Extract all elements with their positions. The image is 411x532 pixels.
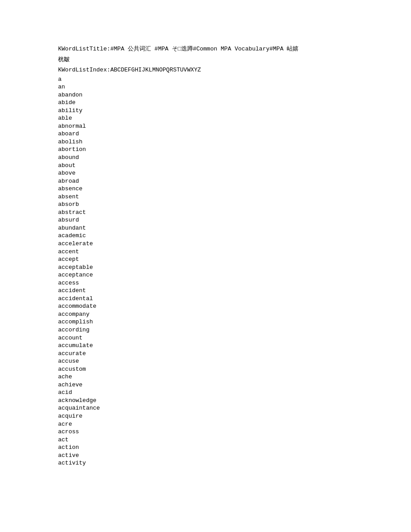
word-item: acceptable	[58, 264, 411, 272]
word-item: accommodate	[58, 302, 411, 310]
word-item: accelerate	[58, 240, 411, 248]
word-item: accustom	[58, 365, 411, 373]
word-item: access	[58, 279, 411, 287]
word-item: action	[58, 444, 411, 452]
word-item: abstract	[58, 209, 411, 217]
word-item: absent	[58, 193, 411, 201]
word-item: ache	[58, 373, 411, 381]
word-item: accompany	[58, 310, 411, 318]
word-item: accomplish	[58, 318, 411, 326]
word-item: able	[58, 114, 411, 122]
word-item: academic	[58, 232, 411, 240]
word-item: across	[58, 428, 411, 436]
word-item: abundant	[58, 224, 411, 232]
word-item: achieve	[58, 381, 411, 389]
word-item: accurate	[58, 350, 411, 358]
word-item: abroad	[58, 177, 411, 185]
word-item: a	[58, 75, 411, 84]
word-item: accident	[58, 287, 411, 295]
word-item: absurd	[58, 216, 411, 224]
word-item: absence	[58, 185, 411, 193]
word-item: abide	[58, 99, 411, 107]
word-item: acknowledge	[58, 397, 411, 405]
word-item: accept	[58, 256, 411, 264]
word-item: activity	[58, 459, 411, 467]
word-item: absorb	[58, 201, 411, 209]
word-item: acquaintance	[58, 404, 411, 412]
word-item: account	[58, 334, 411, 342]
title-text-line1: KWordListTitle:#MPA 公共词汇 #MPA そ□迭蹲#Commo…	[58, 46, 298, 52]
word-item: abnormal	[58, 122, 411, 130]
index-line: KWordListIndex:ABCDEFGHIJKLMNOPQRSTUVWXY…	[58, 66, 411, 75]
word-item: abolish	[58, 138, 411, 146]
word-item: accumulate	[58, 342, 411, 350]
word-item: according	[58, 326, 411, 334]
word-item: acre	[58, 420, 411, 428]
word-item: abound	[58, 154, 411, 162]
word-item: aboard	[58, 130, 411, 138]
word-list: aanabandonabideabilityableabnormalaboard…	[58, 75, 411, 467]
word-item: above	[58, 169, 411, 177]
title-line2: 桄皺	[58, 55, 411, 64]
word-item: an	[58, 83, 411, 91]
word-item: acid	[58, 389, 411, 397]
title-line1: KWordListTitle:#MPA 公共词汇 #MPA そ□迭蹲#Commo…	[58, 45, 411, 54]
index-text: KWordListIndex:ABCDEFGHIJKLMNOPQRSTUVWXY…	[58, 67, 201, 73]
word-item: acquire	[58, 412, 411, 420]
word-item: act	[58, 436, 411, 444]
word-item: ability	[58, 107, 411, 115]
word-item: active	[58, 452, 411, 460]
word-item: accent	[58, 248, 411, 256]
word-item: acceptance	[58, 271, 411, 279]
word-item: about	[58, 162, 411, 170]
word-item: accidental	[58, 295, 411, 303]
title-text-line2: 桄皺	[58, 56, 70, 63]
word-item: abortion	[58, 146, 411, 154]
word-item: abandon	[58, 91, 411, 99]
word-item: accuse	[58, 357, 411, 365]
